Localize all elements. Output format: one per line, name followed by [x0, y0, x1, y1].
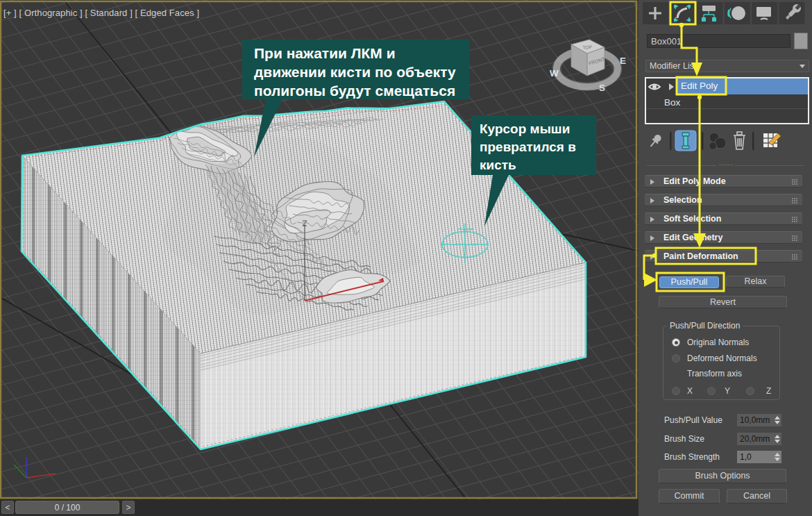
svg-text:E: E: [620, 56, 626, 66]
svg-text:TOP: TOP: [582, 44, 592, 50]
svg-text:W: W: [550, 68, 559, 78]
svg-text:S: S: [599, 83, 605, 93]
